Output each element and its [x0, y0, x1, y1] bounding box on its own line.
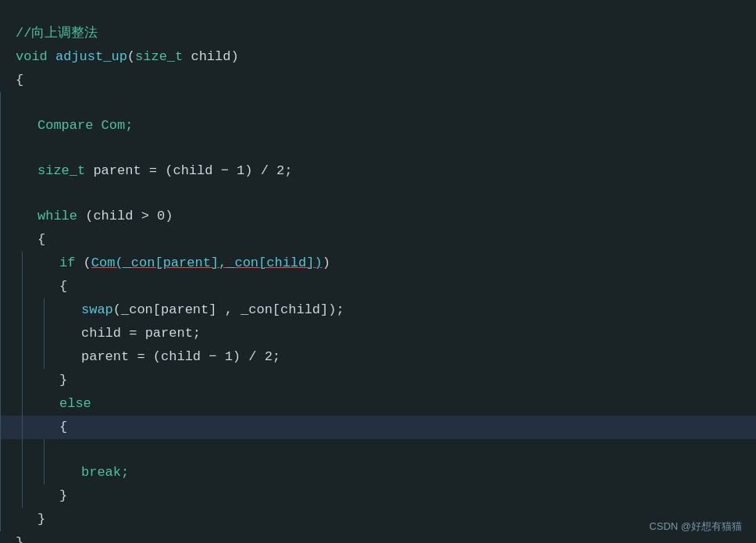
code-line: Compare Com;	[0, 114, 756, 138]
code-line	[0, 183, 756, 205]
code-line: void adjust_up(size_t child)	[0, 45, 756, 69]
code-line: else	[0, 392, 756, 416]
code-line: }	[0, 531, 756, 543]
code-line: }	[0, 484, 756, 508]
watermark: CSDN @好想有猫猫	[649, 520, 742, 534]
code-line: swap(_con[parent] , _con[child]);	[0, 298, 756, 322]
code-line: }	[0, 508, 756, 531]
code-line: //向上调整法	[0, 22, 756, 45]
code-line: child = parent;	[0, 322, 756, 345]
code-line	[0, 138, 756, 159]
code-line	[0, 439, 756, 461]
code-line: parent = (child − 1) / 2;	[0, 345, 756, 369]
code-line: size_t parent = (child − 1) / 2;	[0, 159, 756, 183]
code-line: {	[0, 69, 756, 92]
code-line	[0, 92, 756, 114]
code-line: if (Com(_con[parent],_con[child]))	[0, 252, 756, 275]
code-line: }	[0, 369, 756, 392]
code-line: {	[0, 275, 756, 298]
code-container: //向上调整法void adjust_up(size_t child){Comp…	[0, 0, 756, 543]
code-line: break;	[0, 461, 756, 484]
code-line: {	[0, 228, 756, 252]
code-line: {	[0, 416, 756, 439]
code-line: while (child > 0)	[0, 205, 756, 228]
